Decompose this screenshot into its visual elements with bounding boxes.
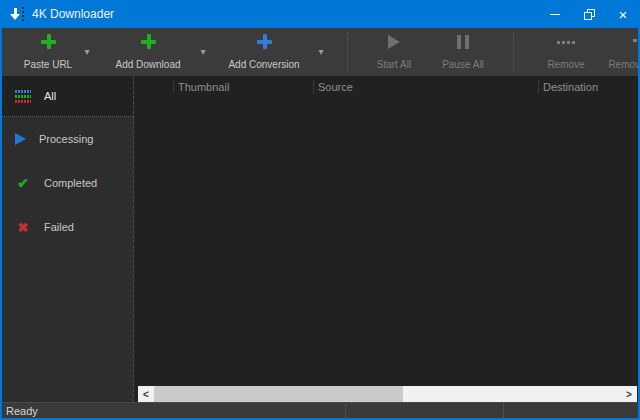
column-header-thumbnail[interactable]: Thumbnail (178, 81, 229, 93)
paste-url-button[interactable]: Paste URL (8, 31, 88, 73)
pause-all-button[interactable]: Pause All (432, 31, 494, 73)
horizontal-scrollbar[interactable]: < > (138, 386, 637, 402)
all-filter-icon (15, 90, 31, 103)
sidebar-item-all[interactable]: All (2, 76, 133, 117)
column-header-source[interactable]: Source (318, 81, 353, 93)
start-all-label: Start All (377, 59, 411, 70)
window-controls: × (538, 0, 640, 28)
pause-icon (457, 35, 469, 49)
window-title: 4K Downloader (32, 7, 114, 21)
column-separator (538, 80, 539, 93)
sidebar-item-processing[interactable]: Processing (2, 117, 133, 161)
add-download-button[interactable]: Add Download (104, 31, 192, 73)
remove-button[interactable]: Remove (535, 31, 597, 73)
add-download-label: Add Download (115, 59, 180, 70)
plus-icon (257, 34, 272, 49)
play-icon (15, 133, 26, 145)
sidebar: All Processing ✔ Completed ✖ Failed (2, 76, 134, 402)
pause-all-label: Pause All (442, 59, 484, 70)
download-arrow-icon (10, 8, 20, 20)
paste-url-dropdown-icon[interactable]: ▾ (80, 46, 94, 57)
sidebar-item-completed[interactable]: ✔ Completed (2, 161, 133, 205)
window-border-left (0, 0, 2, 420)
statusbar-separator (345, 404, 346, 419)
column-header-destination[interactable]: Destination (543, 81, 598, 93)
sidebar-item-failed[interactable]: ✖ Failed (2, 205, 133, 249)
column-separator (313, 80, 314, 93)
add-conversion-label: Add Conversion (228, 59, 299, 70)
dotted-line-decoration (22, 7, 24, 21)
check-icon: ✔ (15, 175, 31, 191)
plus-icon (141, 34, 156, 49)
sidebar-item-label: All (44, 90, 56, 102)
close-icon: × (619, 7, 628, 22)
toolbar: Paste URL ▾ Add Download ▾ Add Conversio… (0, 28, 640, 76)
minimize-icon (550, 14, 560, 15)
scroll-right-button[interactable]: > (621, 386, 637, 402)
add-download-dropdown-icon[interactable]: ▾ (196, 46, 210, 57)
x-icon: ✖ (15, 220, 31, 235)
column-separator (173, 80, 174, 93)
toolbar-separator (347, 32, 348, 72)
titlebar: 4K Downloader × (0, 0, 640, 28)
sidebar-item-label: Completed (44, 177, 97, 189)
statusbar-separator (503, 404, 504, 419)
close-button[interactable]: × (606, 0, 640, 28)
scrollbar-thumb[interactable] (154, 386, 403, 402)
app-window: 4K Downloader × Paste URL ▾ Add Download… (0, 0, 640, 420)
status-text: Ready (6, 405, 38, 417)
remove-label: Remove (547, 59, 584, 70)
remove-all-label: Remove (608, 59, 640, 70)
sidebar-item-label: Processing (39, 133, 93, 145)
clipped-icon-fragment (633, 39, 637, 42)
add-conversion-button[interactable]: Add Conversion (218, 31, 310, 73)
remove-all-button[interactable]: Remove (597, 31, 640, 73)
statusbar: Ready (0, 402, 640, 418)
toolbar-separator (513, 32, 514, 72)
start-all-button[interactable]: Start All (363, 31, 425, 73)
restore-icon (584, 9, 595, 20)
play-icon (388, 35, 400, 49)
app-icon (10, 7, 24, 21)
add-conversion-dropdown-icon[interactable]: ▾ (314, 46, 328, 57)
paste-url-label: Paste URL (24, 59, 72, 70)
dashed-minus-icon (557, 41, 575, 44)
maximize-button[interactable] (572, 0, 606, 28)
plus-icon (41, 34, 56, 49)
minimize-button[interactable] (538, 0, 572, 28)
scroll-left-button[interactable]: < (138, 386, 154, 402)
sidebar-item-label: Failed (44, 221, 74, 233)
